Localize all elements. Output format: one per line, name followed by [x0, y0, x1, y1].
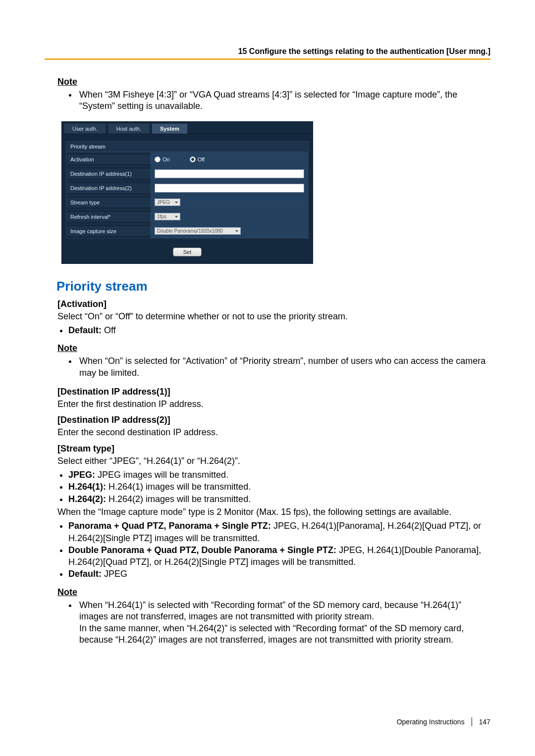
default-label: Default:: [68, 569, 102, 579]
para-dest1: Enter the first destination IP address.: [57, 398, 490, 410]
label-activation: Activation: [66, 154, 151, 164]
input-dest2[interactable]: [155, 184, 304, 193]
note-heading: Note: [57, 77, 490, 87]
item-jpeg: JPEG: JPEG images will be transmitted.: [68, 469, 490, 481]
note-item: When “H.264(1)” is selected with “Record…: [77, 600, 490, 646]
label-capture: Image capture size: [66, 226, 151, 236]
label-refresh: Refresh interval*: [66, 212, 151, 222]
select-refresh[interactable]: 1fps: [155, 213, 180, 220]
para-mode: When the “Image capture mode” type is 2 …: [57, 506, 490, 518]
sub-dest1: [Destination IP address(1)]: [57, 387, 490, 397]
dpano-label: Double Panorama + Quad PTZ, Double Panor…: [68, 545, 336, 555]
footer-label: Operating Instructions: [397, 718, 465, 726]
jpeg-rest: JPEG images will be transmitted.: [95, 470, 228, 480]
pano-label: Panorama + Quad PTZ, Panorama + Single P…: [68, 521, 271, 531]
label-dest1: Destination IP address(1): [66, 169, 151, 179]
h1-rest: H.264(1) images will be transmitted.: [106, 482, 251, 492]
label-dest2: Destination IP address(2): [66, 183, 151, 193]
default-val: JPEG: [102, 569, 127, 579]
note-heading: Note: [57, 343, 490, 353]
note-item: When “On” is selected for “Activation” o…: [77, 355, 490, 379]
tab-user-auth[interactable]: User auth.: [64, 123, 106, 134]
item-h264-1: H.264(1): H.264(1) images will be transm…: [68, 481, 490, 493]
radio-on-label: On: [162, 156, 170, 162]
footer-page: 147: [479, 718, 490, 726]
note-item: When “3M Fisheye [4:3]” or “VGA Quad str…: [77, 89, 490, 112]
section-heading-priority-stream: Priority stream: [56, 279, 490, 294]
h2-label: H.264(2):: [68, 494, 106, 504]
default-label: Default:: [68, 325, 102, 335]
select-capture-size[interactable]: Double Panorama/1920x1080: [155, 227, 241, 235]
note-heading: Note: [57, 587, 490, 598]
default-streamtype: Default: JPEG: [68, 568, 490, 580]
sub-activation: [Activation]: [57, 299, 490, 309]
tab-host-auth[interactable]: Host auth.: [108, 123, 150, 134]
item-dpano: Double Panorama + Quad PTZ, Double Panor…: [68, 544, 490, 568]
note3-line2: In the same manner, when “H.264(2)” is s…: [79, 623, 464, 645]
section-title: Priority stream: [66, 142, 308, 152]
header-rule: [45, 58, 490, 60]
sub-streamtype: [Stream type]: [57, 444, 490, 454]
set-button[interactable]: Set: [173, 248, 202, 256]
sub-dest2: [Destination IP address(2)]: [57, 415, 490, 425]
tab-system[interactable]: System: [152, 123, 188, 134]
page-header: 15 Configure the settings relating to th…: [238, 47, 490, 56]
para-streamtype: Select either “JPEG”, “H.264(1)” or “H.2…: [57, 455, 490, 467]
input-dest1[interactable]: [155, 169, 304, 178]
jpeg-label: JPEG:: [68, 470, 95, 480]
item-h264-2: H.264(2): H.264(2) images will be transm…: [68, 493, 490, 505]
radio-on[interactable]: On: [155, 156, 170, 162]
select-stream-type[interactable]: JPEG: [155, 199, 180, 206]
page-footer: Operating Instructions 147: [397, 717, 490, 726]
label-stream-type: Stream type: [66, 198, 151, 207]
para-activation: Select “On” or “Off” to determine whethe…: [57, 310, 490, 322]
note3-line1: When “H.264(1)” is selected with “Record…: [79, 600, 461, 621]
radio-off-label: Off: [198, 156, 205, 162]
h1-label: H.264(1):: [68, 482, 106, 492]
item-pano: Panorama + Quad PTZ, Panorama + Single P…: [68, 520, 490, 544]
radio-off[interactable]: Off: [190, 156, 205, 162]
para-dest2: Enter the second destination IP address.: [57, 426, 490, 438]
default-activation: Default: Off: [68, 324, 490, 336]
h2-rest: H.264(2) images will be transmitted.: [106, 494, 251, 504]
default-val: Off: [102, 325, 116, 335]
settings-panel: User auth. Host auth. System Priority st…: [61, 121, 313, 264]
